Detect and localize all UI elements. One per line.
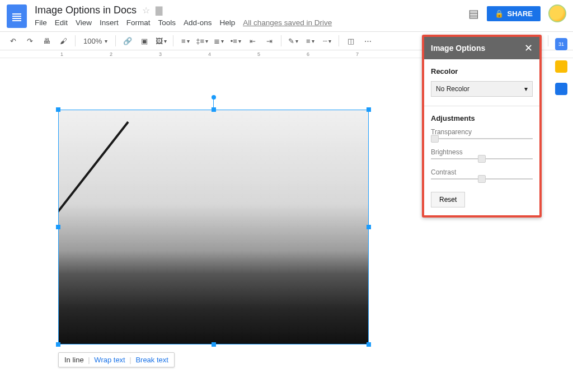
doc-title[interactable]: Image Options in Docs	[35, 4, 137, 16]
rotation-handle[interactable]	[212, 95, 216, 100]
document-page: In line | Wrap text | Break text	[0, 58, 411, 392]
resize-handle-b[interactable]	[212, 342, 216, 347]
line-spacing-icon[interactable]: ‡≡	[195, 34, 209, 48]
rotation-line	[213, 98, 214, 107]
canvas-area: In line | Wrap text | Break text	[0, 58, 411, 392]
toolbar-separator	[173, 35, 173, 46]
panel-header: Image Options ✕	[424, 37, 539, 59]
transparency-slider[interactable]	[431, 138, 533, 139]
ruler-tick: 1	[60, 51, 63, 57]
indent-increase-icon[interactable]: ⇥	[262, 34, 276, 48]
ruler-tick: 4	[208, 51, 211, 57]
menu-tools[interactable]: Tools	[158, 18, 176, 27]
crop-icon[interactable]: ◫	[344, 34, 358, 48]
ruler-tick: 7	[356, 51, 359, 57]
reset-button[interactable]: Reset	[431, 192, 465, 207]
border-dash-icon[interactable]: ┄	[320, 34, 334, 48]
menu-insert[interactable]: Insert	[100, 18, 119, 27]
image-options-panel: Image Options ✕ Recolor No Recolor ▾ Adj…	[422, 35, 542, 218]
panel-body: Recolor No Recolor ▾ Adjustments Transpa…	[424, 59, 539, 215]
selected-image[interactable]	[58, 110, 369, 344]
ruler-tick: 3	[159, 51, 162, 57]
adjustments-title: Adjustments	[431, 114, 533, 122]
menu-addons[interactable]: Add-ons	[184, 18, 212, 27]
side-app-icons	[555, 38, 567, 95]
wrap-inline[interactable]: In line	[64, 356, 84, 364]
link-icon[interactable]: 🔗	[120, 34, 135, 48]
numbered-list-icon[interactable]: ≣	[212, 34, 226, 48]
toolbar-separator	[281, 35, 281, 46]
star-icon[interactable]: ☆	[142, 5, 150, 16]
border-color-icon[interactable]: ✎	[286, 34, 300, 48]
align-dropdown-icon[interactable]: ≡	[178, 34, 192, 48]
redo-icon[interactable]: ↷	[22, 34, 37, 48]
share-label: SHARE	[507, 10, 533, 18]
image-placeholder	[59, 110, 368, 344]
resize-handle-tr[interactable]	[367, 107, 371, 112]
menubar: File Edit View Insert Format Tools Add-o…	[35, 18, 332, 27]
keep-icon[interactable]	[555, 60, 567, 73]
recolor-dropdown[interactable]: No Recolor ▾	[431, 81, 533, 97]
toolbar-separator	[115, 35, 116, 46]
resize-handle-r[interactable]	[367, 225, 371, 229]
zoom-dropdown[interactable]: 100%	[80, 36, 111, 46]
avatar[interactable]	[548, 4, 566, 22]
menu-view[interactable]: View	[76, 18, 92, 27]
chevron-down-icon: ▾	[524, 85, 528, 93]
tasks-icon[interactable]	[555, 83, 567, 95]
text-wrap-toolbar: In line | Wrap text | Break text	[58, 352, 175, 367]
contrast-thumb[interactable]	[478, 175, 486, 183]
title-block: Image Options in Docs ☆ ▇ File Edit View…	[35, 4, 332, 27]
toolbar-separator	[75, 35, 76, 46]
panel-title: Image Options	[431, 44, 485, 53]
contrast-slider[interactable]	[431, 178, 533, 180]
undo-icon[interactable]: ↶	[6, 34, 20, 48]
ruler-tick: 5	[257, 51, 260, 57]
bulleted-list-icon[interactable]: •≡	[228, 34, 243, 48]
brightness-thumb[interactable]	[478, 155, 486, 163]
comment-insert-icon[interactable]: ▣	[137, 34, 152, 48]
share-button[interactable]: 🔒 SHARE	[487, 6, 541, 21]
transparency-thumb[interactable]	[431, 135, 439, 143]
resize-handle-tl[interactable]	[56, 107, 60, 112]
ruler-tick: 2	[110, 51, 112, 57]
recolor-value: No Recolor	[436, 85, 469, 93]
toolbar-separator	[339, 35, 339, 46]
header-right: ▤ 🔒 SHARE	[468, 4, 566, 22]
menu-help[interactable]: Help	[219, 18, 235, 27]
close-icon[interactable]: ✕	[524, 42, 533, 54]
brightness-slider[interactable]	[431, 158, 533, 159]
border-weight-icon[interactable]: ≡	[303, 34, 317, 48]
header: Image Options in Docs ☆ ▇ File Edit View…	[0, 0, 573, 31]
resize-handle-l[interactable]	[56, 225, 60, 229]
image-dropdown-icon[interactable]: 🖼	[154, 34, 168, 48]
save-status[interactable]: All changes saved in Drive	[243, 18, 332, 27]
indent-decrease-icon[interactable]: ⇤	[245, 34, 260, 48]
recolor-title: Recolor	[431, 67, 533, 75]
resize-handle-bl[interactable]	[56, 342, 60, 347]
menu-file[interactable]: File	[35, 18, 47, 27]
more-icon[interactable]: ⋯	[360, 34, 375, 48]
print-icon[interactable]: 🖶	[39, 34, 54, 48]
break-text[interactable]: Break text	[135, 356, 168, 364]
paint-format-icon[interactable]: 🖌	[56, 34, 71, 48]
image-content	[58, 110, 369, 344]
menu-format[interactable]: Format	[126, 18, 151, 27]
divider	[424, 106, 539, 106]
menu-edit[interactable]: Edit	[55, 18, 68, 27]
folder-icon[interactable]: ▇	[156, 5, 162, 16]
calendar-icon[interactable]	[555, 38, 567, 50]
comments-icon[interactable]: ▤	[468, 7, 479, 20]
ruler-tick: 6	[307, 51, 309, 57]
docs-logo-icon[interactable]	[7, 4, 27, 28]
transparency-label: Transparency	[431, 128, 533, 136]
toolbar-separator	[548, 35, 548, 46]
resize-handle-t[interactable]	[212, 107, 216, 112]
resize-handle-br[interactable]	[367, 342, 371, 347]
lock-icon: 🔒	[495, 10, 504, 18]
wrap-text[interactable]: Wrap text	[94, 356, 125, 364]
